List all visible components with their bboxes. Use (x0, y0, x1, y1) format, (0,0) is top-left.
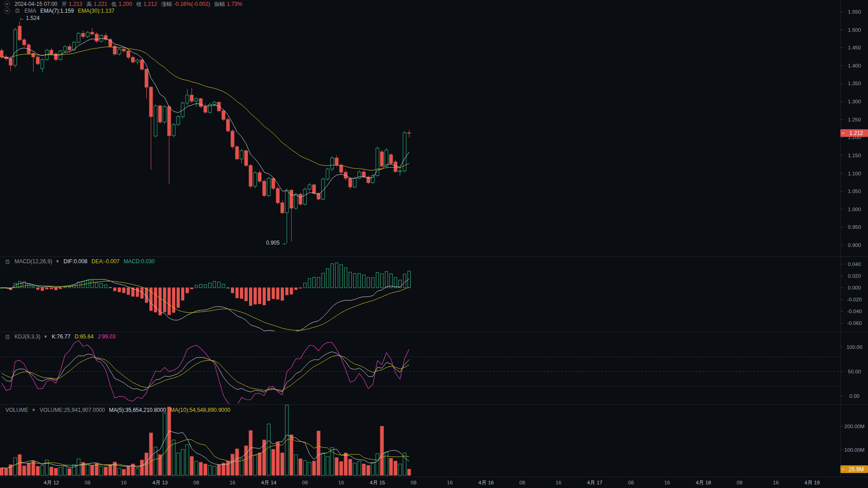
j-line (2, 340, 409, 405)
volume-bar (308, 462, 311, 475)
macd-histogram-bar (367, 277, 370, 288)
candle-body (326, 169, 329, 179)
trading-chart-app: 1.5501.5001.4501.4001.3501.3001.2501.200… (0, 0, 868, 488)
macd-histogram-bar (37, 288, 39, 290)
candle-body (249, 165, 252, 186)
price-axis[interactable]: 1.5501.5001.4501.4001.3501.3001.2501.200… (840, 9, 864, 453)
volume-bar (362, 464, 365, 475)
macd-histogram-bar (240, 288, 243, 299)
time-axis[interactable]: 4月 1208164月 1308164月 1408164月 1508164月 1… (44, 480, 820, 485)
macd-panel[interactable] (0, 263, 411, 334)
macd-histogram-bar (68, 287, 71, 288)
time-axis-label: 4月 12 (44, 480, 59, 485)
volume-bar (235, 449, 239, 475)
last-volume-tag: 25.9M (840, 465, 868, 473)
chevron-down-icon[interactable]: ▼ (55, 258, 59, 265)
candle-body (14, 30, 17, 65)
candle-body (9, 59, 12, 65)
volume-bar (32, 461, 35, 475)
macd-histogram-bar (254, 288, 257, 304)
volume-bar (349, 459, 352, 475)
volume-panel[interactable] (0, 405, 411, 475)
volume-bar (72, 465, 76, 475)
macd-histogram-bar (336, 263, 338, 288)
volume-bar (177, 453, 180, 475)
volume-bar (398, 464, 402, 475)
chart-canvas[interactable]: 1.5501.5001.4501.4001.3501.3001.2501.200… (0, 0, 868, 488)
d-line (2, 355, 409, 390)
candle-body (380, 152, 384, 166)
volume-bar (371, 462, 374, 475)
chevron-down-icon[interactable]: ▼ (32, 407, 36, 413)
volume-bar (408, 469, 411, 475)
macd-histogram-bar (173, 288, 175, 312)
volume-bar (367, 465, 370, 475)
collapse-chevron-icon[interactable] (4, 0, 10, 7)
volume-bar (54, 468, 58, 475)
macd-histogram-bar (168, 288, 171, 315)
candle-datetime: 2024-04-15 07:00 (14, 1, 58, 7)
dea-line (2, 281, 409, 330)
candle-body (394, 162, 397, 171)
candle-body (32, 53, 35, 57)
macd-histogram-bar (100, 283, 103, 288)
macd-histogram-bar (259, 288, 261, 304)
macd-histogram-bar (154, 288, 157, 312)
volume-bar (303, 461, 307, 475)
macd-histogram-bar (32, 286, 35, 288)
volume-bar (190, 456, 193, 475)
volume-bar (168, 407, 171, 475)
candle-body (294, 194, 297, 208)
candle-body (331, 158, 334, 169)
kdj-panel[interactable] (2, 340, 409, 405)
main-price-panel[interactable] (0, 21, 411, 243)
time-axis-label: 4月 19 (805, 480, 820, 485)
time-axis-label: 16 (556, 480, 561, 485)
macd-histogram-bar (381, 274, 384, 288)
last-price-tag: 1.212 (840, 129, 868, 137)
macd-histogram-bar (96, 283, 98, 288)
candle-body (340, 165, 343, 172)
volume-bar (358, 461, 361, 475)
macd-histogram-bar (245, 288, 248, 301)
time-axis-label: 16 (121, 480, 127, 485)
volume-bar (290, 435, 293, 475)
dea-value: DEA:-0.007 (91, 258, 120, 265)
alarm-icon[interactable] (14, 8, 20, 14)
time-axis-label: 4月 13 (153, 480, 168, 485)
candle-body (389, 155, 393, 163)
collapse-chevron-icon[interactable] (4, 7, 10, 14)
change-value: -0.16%(-0.002) (174, 1, 210, 7)
low-label: 低 (111, 1, 117, 7)
volume-bar (258, 453, 261, 475)
candle-body (303, 189, 307, 204)
j-value: J:99.03 (98, 333, 115, 340)
candle-body (140, 60, 144, 69)
candle-body (50, 50, 53, 54)
macd-histogram-bar (326, 269, 329, 288)
macd-histogram-bar (41, 288, 44, 290)
volume-bar (263, 440, 266, 475)
time-axis-label: 08 (411, 480, 417, 485)
candle-body (398, 171, 402, 172)
volume-bar (36, 466, 39, 475)
alarm-icon[interactable] (5, 259, 10, 265)
volume-bar (104, 467, 107, 475)
price-axis-label: 1.550 (848, 9, 861, 14)
volume-ma10-value: MA(10):54,548,890.9000 (170, 407, 230, 413)
alarm-icon[interactable] (5, 334, 10, 340)
volume-bar (380, 426, 384, 475)
volume-bar (100, 466, 103, 475)
macd-histogram-bar (385, 271, 388, 288)
volume-bar (299, 459, 302, 475)
amplitude-value: 1.73% (227, 1, 242, 7)
candle-body (199, 99, 202, 106)
volume-bar (331, 448, 334, 475)
chevron-down-icon[interactable]: ▼ (43, 333, 48, 340)
volume-bar (136, 469, 139, 475)
candle-body (0, 51, 3, 57)
volume-bar (186, 445, 189, 475)
volume-bar (267, 424, 270, 475)
price-axis-label: 0.950 (848, 224, 861, 230)
volume-bar (195, 461, 198, 475)
